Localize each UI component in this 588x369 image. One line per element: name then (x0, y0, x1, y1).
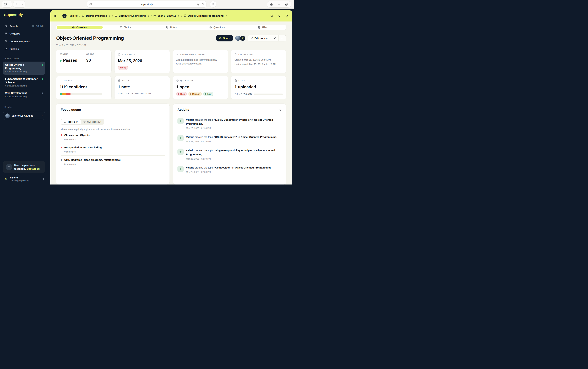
sidebar-item-label: Buddies (10, 47, 19, 50)
search-shortcut: ⌘K / Ctrl+K (32, 25, 44, 27)
activity-time: Mar 25, 2026 · 02:39 PM (186, 157, 282, 160)
translate-icon[interactable]: Ax (196, 3, 199, 6)
sidebar-item-search[interactable]: Search ⌘K / Ctrl+K (3, 23, 45, 29)
sidebar-item-degree-programs[interactable]: Degree Programs (3, 38, 45, 44)
share-button[interactable]: Share (216, 35, 233, 41)
dashboard-icon (4, 32, 7, 35)
contact-us-link[interactable]: Contact us! (27, 167, 40, 170)
users-icon (4, 47, 7, 50)
topic-priority-dot (61, 147, 62, 148)
status-label: STATUS (60, 53, 69, 55)
forward-button[interactable] (21, 3, 24, 6)
exam-date-label: EXAM DATE (122, 53, 135, 56)
breadcrumb-degree-programs[interactable]: Degree Programs (82, 14, 110, 17)
topics-card[interactable]: TOPICS 1/19 confident (56, 76, 112, 99)
activity-pulse-icon[interactable] (278, 14, 281, 17)
page-title: Object-Oriented Programming (56, 35, 124, 41)
about-course-text: Add a description so teammates know what… (176, 58, 220, 65)
edit-course-button[interactable]: Edit course (248, 35, 271, 41)
tab-overview[interactable]: Overview (57, 26, 103, 29)
tab-overview-icon[interactable] (285, 3, 288, 6)
sidebar-item-overview[interactable]: Overview (3, 31, 45, 37)
share-page-icon[interactable] (270, 3, 273, 6)
activity-item[interactable]: Valerio created the topic "Single Respon… (173, 146, 286, 163)
grade-label: GRADE (86, 53, 95, 55)
focus-topic-item[interactable]: Classes and Objects 0 subtopics (61, 131, 165, 143)
chevron-down-icon (8, 3, 10, 5)
updated-date: Last updated: Mar 25, 2026 at 01:28 PM (234, 63, 283, 65)
breadcrumb-computer-engineering[interactable]: Computer Engineering (114, 14, 149, 17)
sidebar: Supastudy Search ⌘K / Ctrl+K Overview De… (0, 9, 48, 184)
ellipsis-icon (281, 37, 284, 40)
svg-text:x: x (198, 4, 199, 5)
course-info-label: COURSE INFO (238, 53, 254, 56)
tab-topics[interactable]: Topics (103, 26, 148, 29)
topic-name: Encapsulation and data hiding (64, 146, 102, 149)
about-course-card[interactable]: ABOUT THIS COURSE Add a description so t… (173, 50, 228, 73)
divider (19, 3, 20, 6)
file-icon (258, 26, 261, 29)
notes-card[interactable]: NOTES 1 note Latest: Mar 25, 2026 · 01:1… (114, 76, 170, 99)
browser-sidebar-button[interactable] (2, 1, 12, 7)
back-button[interactable] (15, 3, 18, 6)
sidebar-item-label: Search (10, 25, 18, 28)
help-card[interactable]: Need help or have feedback? Contact us! (3, 161, 45, 173)
search-icon[interactable] (270, 14, 273, 17)
activity-item[interactable]: Valerio created the topic "SOLID princip… (173, 133, 286, 146)
tab-files[interactable]: Files (240, 26, 285, 29)
buddy-item[interactable]: Valerio Lo Giudice 1 (3, 112, 45, 120)
breadcrumb-user[interactable]: S Valerio (62, 14, 78, 18)
tab-notes[interactable]: Notes (148, 26, 194, 29)
book-open-icon (64, 121, 66, 123)
graduation-cap-icon (4, 40, 7, 43)
breadcrumb-course[interactable]: Object-Oriented Programming (184, 14, 227, 17)
status-value: Passed (60, 58, 77, 63)
course-settings-button[interactable] (271, 35, 279, 41)
more-options-button[interactable] (279, 35, 286, 41)
svg-text:A: A (197, 3, 198, 4)
focus-questions-tab[interactable]: Questions (0) (81, 119, 103, 124)
activity-panel: Activity Valerio created the topic "Lisk… (173, 104, 286, 184)
tab-label: Files (262, 26, 267, 29)
confidence-progress-bar (60, 93, 102, 95)
sidebar-course-object-oriented-programming[interactable]: Object-Oriented Programming Computer Eng… (3, 62, 45, 75)
topics-confidence-value: 1/19 confident (60, 85, 108, 89)
breadcrumb-separator: / (80, 14, 80, 17)
files-count: 1 uploaded (234, 85, 283, 89)
files-card[interactable]: FILES 1 uploaded 2.4 MB / 5.0 GB (231, 76, 286, 99)
address-bar[interactable]: supa.study Ax (87, 1, 206, 7)
course-status-dot (42, 64, 43, 66)
breadcrumb-label: Computer Engineering (119, 14, 146, 17)
sidebar-course-fundamentals-of-computer-science[interactable]: Fundamentals of Computer Science Compute… (3, 76, 45, 89)
apps-grid-button[interactable] (210, 1, 216, 7)
questions-card[interactable]: QUESTIONS 1 open 0High 0Medium 0Low (173, 76, 228, 99)
new-tab-icon[interactable] (277, 3, 281, 6)
course-status-dot (42, 78, 43, 80)
activity-item[interactable]: Valerio created the topic "Liskov Substi… (173, 115, 286, 133)
book-open-icon (120, 26, 122, 29)
focus-topic-item[interactable]: Encapsulation and data hiding 0 subtopic… (61, 143, 165, 156)
buddy-name: Valerio Lo Giudice (11, 114, 40, 117)
focus-topics-tab[interactable]: Topics (3) (61, 119, 81, 124)
invite-user-button[interactable] (240, 35, 245, 41)
breadcrumb-year[interactable]: Year 1 · 2010/11 (153, 14, 180, 17)
calendar-icon (153, 14, 156, 17)
calendar-icon (118, 53, 121, 56)
chevrons-up-down-icon (109, 15, 110, 17)
notes-count: 1 note (118, 85, 166, 89)
breadcrumb-separator: / (151, 14, 152, 17)
user-menu[interactable]: S Valerio contact@supa.study (3, 176, 45, 182)
tab-questions[interactable]: Questions (194, 26, 240, 29)
sidebar-course-web-development[interactable]: Web Development Computer Engineering (3, 90, 45, 100)
status-dot (60, 60, 61, 62)
arrow-right-icon[interactable] (279, 108, 282, 111)
reload-icon[interactable] (202, 3, 204, 6)
activity-item[interactable]: Valerio created the topic "Composition" … (173, 163, 286, 176)
search-icon (4, 25, 7, 28)
sidebar-item-buddies[interactable]: Buddies (3, 46, 45, 52)
focus-topic-item[interactable]: UML diagrams (class diagrams, relationsh… (61, 156, 165, 168)
topic-name: Classes and Objects (64, 133, 90, 136)
bell-icon[interactable] (285, 14, 288, 17)
panel-toggle-icon[interactable] (54, 14, 57, 18)
share-label: Share (223, 37, 230, 40)
